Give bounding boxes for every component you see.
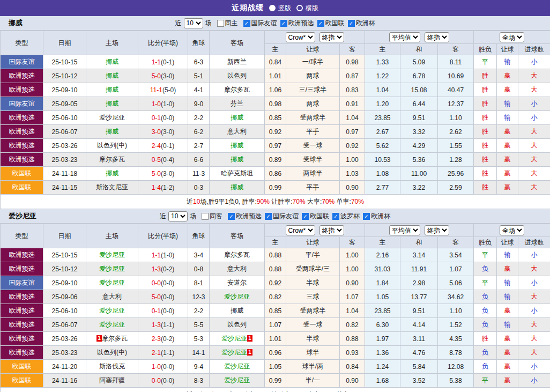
checkbox-checked-icon[interactable]: ✓ [348,20,355,27]
checkbox-checked-icon[interactable]: ✓ [243,20,250,27]
goals-result: 小 [518,55,550,69]
match-score: 2-1(1-1) [138,346,188,360]
same-venue-filter[interactable]: 同客 [202,212,222,221]
average-final-select[interactable]: 终指 [425,225,449,235]
avg-draw-odds: 5.36 [400,153,438,167]
layout-radio-vertical[interactable]: 竖版 [269,4,291,13]
match-date: 25-10-15 [43,55,86,69]
goals-result: 小 [518,374,550,388]
goals-result: 大 [518,290,550,304]
half-score: (1-2) [161,184,174,191]
goals-result: 大 [518,262,550,276]
average-select[interactable]: 平均值 [389,225,420,235]
crow-home-odds: 0.89 [265,153,286,167]
league-filter[interactable]: ✓欧洲杯 [348,19,375,28]
team-name-other: 摩尔多瓦 [102,335,128,342]
checkbox-checked-icon[interactable]: ✓ [363,213,370,220]
avg-away-odds: 3.54 [438,248,474,262]
provider-final-select[interactable]: 终指 [319,32,344,42]
league-filter[interactable]: ✓欧洲杯 [363,212,390,221]
home-team: 爱沙尼亚 [86,111,138,125]
goals-result: 小 [518,304,550,318]
away-team: 意大利 [210,125,265,139]
checkbox-checked-icon[interactable]: ✓ [332,213,339,220]
checkbox-checked-icon[interactable]: ✓ [280,20,287,27]
league-filter[interactable]: ✓国际友谊 [243,19,277,28]
checkbox-checked-icon[interactable]: ✓ [228,213,235,220]
provider-select[interactable]: Crow* [286,32,315,42]
full-score: 1-1 [152,58,161,66]
recent-count-select[interactable]: 10 [168,211,188,221]
league-filter[interactable]: ✓欧洲预选 [280,19,314,28]
home-team: 以色列(中) [86,346,138,360]
avg-away-odds: 25.96 [438,167,474,181]
crow-away-odds: 0.91 [340,97,365,111]
match-date: 25-03-23 [43,153,86,167]
home-team: 斯洛伐克 [86,360,138,374]
scope-select[interactable]: 全场 [500,225,524,235]
crow-handicap: 受球半 [286,153,340,167]
avg-home-odds: 1.04 [365,83,400,97]
half-score: (0-2) [161,335,174,343]
league-filter[interactable]: ✓波罗杯 [332,212,360,221]
away-team: 挪威 [210,111,265,125]
crow-handicap: 三球 [286,290,340,304]
radio-unselected-icon[interactable] [296,5,303,11]
col-date: 日期 [43,224,86,248]
match-date: 25-03-26 [43,139,86,153]
team-name-other: 摩尔多瓦 [99,156,125,163]
league-filter[interactable]: ✓欧国联 [317,19,345,28]
team-name-other: 斯洛文尼亚 [96,183,128,191]
goals-result: 大 [518,318,550,332]
recent-count-select[interactable]: 10 [184,18,203,28]
half-score: (0-0) [161,307,174,315]
team-name-other: 意大利 [227,128,247,135]
goals-result: 小 [518,248,550,262]
team-name-focus: 挪威 [106,72,118,79]
checkbox-checked-icon[interactable]: ✓ [265,213,272,220]
scope-select[interactable]: 全场 [500,32,524,42]
handicap-result: 输 [497,290,518,304]
layout-radio-horizontal[interactable]: 横版 [296,4,318,13]
home-team: 阿塞拜疆 [86,374,138,388]
odds-group-provider: Crow* 终指 [265,31,365,44]
league-filter[interactable]: ✓国际友谊 [265,212,299,221]
team-name-other: 阿塞拜疆 [99,376,125,384]
team-name: 爱沙尼亚 [9,211,36,221]
avg-draw-odds: 6.44 [400,97,438,111]
same-venue-filter[interactable]: 同主 [217,19,238,28]
checkbox-icon[interactable] [217,20,224,27]
corner-count: 0-8 [188,262,210,276]
match-date: 25-09-06 [43,290,86,304]
match-type-badge: 欧洲预选 [1,125,43,139]
match-score: 5-0(0-0) [138,290,188,304]
avg-home-odds: 2.77 [365,181,400,195]
provider-select[interactable]: Crow* [286,225,315,235]
col-goals-result: 进球数 [518,44,550,55]
winloss-result: 负 [474,318,497,332]
match-type-badge: 国际友谊 [1,55,43,69]
corner-count: 14-1 [188,346,210,360]
away-team: 芬兰 [210,97,265,111]
avg-draw-odds: 3.32 [400,125,438,139]
crow-away-odds: 0.92 [340,139,365,153]
avg-away-odds: 34.62 [438,290,474,304]
half-score: (0-0) [161,377,174,384]
average-final-select[interactable]: 终指 [425,32,449,42]
col-corner: 角球 [188,31,210,55]
full-score: 5-0 [152,170,161,177]
red-card-badge: 1 [247,335,252,342]
league-filter[interactable]: ✓欧国联 [302,212,329,221]
checkbox-icon[interactable] [202,213,209,220]
league-filter[interactable]: ✓欧洲预选 [228,212,262,221]
checkbox-checked-icon[interactable]: ✓ [317,20,324,27]
team-name-focus: 挪威 [106,86,118,93]
odds-group-average: 平均值 终指 [365,31,474,44]
checkbox-checked-icon[interactable]: ✓ [302,213,309,220]
half-score: (0-0) [161,279,174,287]
half-score: (5-0) [162,86,176,94]
provider-final-select[interactable]: 终指 [319,225,344,235]
radio-selected-icon[interactable] [269,5,276,11]
average-select[interactable]: 平均值 [389,32,420,42]
home-team: 爱沙尼亚 [86,262,138,276]
